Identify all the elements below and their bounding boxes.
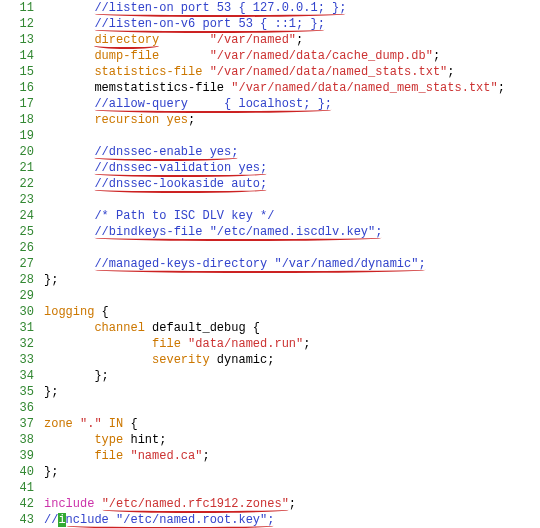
line-number: 16 — [0, 80, 34, 96]
code-token: }; — [44, 385, 58, 399]
code-line[interactable]: //dnssec-validation yes; — [44, 160, 540, 176]
line-number: 31 — [0, 320, 34, 336]
line-number: 43 — [0, 512, 34, 528]
code-token: "/var/named/data/named_stats.txt" — [210, 65, 448, 79]
code-line[interactable]: include "/etc/named.rfc1912.zones"; — [44, 496, 540, 512]
line-number: 40 — [0, 464, 34, 480]
code-token: type — [94, 433, 123, 447]
code-token: severity — [152, 353, 210, 367]
code-token: ; — [289, 497, 296, 511]
code-token — [44, 433, 94, 447]
code-token: directory — [94, 33, 159, 49]
code-line[interactable]: severity dynamic; — [44, 352, 540, 368]
code-token — [44, 177, 94, 191]
code-line[interactable]: memstatistics-file "/var/named/data/name… — [44, 80, 540, 96]
code-line[interactable]: file "data/named.run"; — [44, 336, 540, 352]
code-line[interactable]: /* Path to ISC DLV key */ — [44, 208, 540, 224]
code-line[interactable]: }; — [44, 384, 540, 400]
code-token: ; — [433, 49, 440, 63]
code-line[interactable]: //bindkeys-file "/etc/named.iscdlv.key"; — [44, 224, 540, 240]
code-line[interactable] — [44, 288, 540, 304]
line-number: 22 — [0, 176, 34, 192]
line-number: 18 — [0, 112, 34, 128]
code-line[interactable]: channel default_debug { — [44, 320, 540, 336]
line-number: 26 — [0, 240, 34, 256]
code-line[interactable]: }; — [44, 368, 540, 384]
code-line[interactable]: }; — [44, 272, 540, 288]
line-number: 25 — [0, 224, 34, 240]
code-token: //dnssec-lookaside auto; — [94, 177, 267, 193]
code-token: nclude "/etc/named.root.key"; — [66, 513, 275, 528]
code-line[interactable]: logging { — [44, 304, 540, 320]
line-number: 27 — [0, 256, 34, 272]
code-line[interactable]: type hint; — [44, 432, 540, 448]
code-line[interactable]: }; — [44, 464, 540, 480]
code-line[interactable] — [44, 480, 540, 496]
code-token: //dnssec-validation yes; — [94, 161, 267, 177]
code-token: }; — [44, 465, 58, 479]
code-line[interactable]: //listen-on-v6 port 53 { ::1; }; — [44, 16, 540, 32]
code-token: ; — [188, 113, 195, 127]
code-area[interactable]: //listen-on port 53 { 127.0.0.1; }; //li… — [40, 0, 540, 528]
code-token — [145, 321, 152, 335]
code-line[interactable]: //include "/etc/named.root.key"; — [44, 512, 540, 528]
line-number: 21 — [0, 160, 34, 176]
code-token — [210, 353, 217, 367]
line-number: 41 — [0, 480, 34, 496]
line-number: 28 — [0, 272, 34, 288]
code-line[interactable]: recursion yes; — [44, 112, 540, 128]
code-token: recursion — [94, 113, 159, 127]
code-token: i — [58, 513, 65, 527]
code-token — [44, 113, 94, 127]
code-line[interactable]: directory "/var/named"; — [44, 32, 540, 48]
code-token — [102, 417, 109, 431]
code-token: include — [44, 497, 94, 511]
code-token: ; — [303, 337, 310, 351]
code-token — [44, 65, 94, 79]
code-token: //managed-keys-directory "/var/named/dyn… — [94, 257, 425, 273]
code-line[interactable]: statistics-file "/var/named/data/named_s… — [44, 64, 540, 80]
code-token: file — [152, 337, 181, 351]
line-number: 37 — [0, 416, 34, 432]
code-token — [44, 81, 94, 95]
code-line[interactable]: //managed-keys-directory "/var/named/dyn… — [44, 256, 540, 272]
code-token: channel — [94, 321, 144, 335]
code-token — [44, 257, 94, 271]
code-token — [159, 49, 209, 63]
code-line[interactable] — [44, 240, 540, 256]
code-token: zone — [44, 417, 73, 431]
code-line[interactable] — [44, 400, 540, 416]
code-token: }; — [94, 369, 108, 383]
code-line[interactable]: //dnssec-lookaside auto; — [44, 176, 540, 192]
code-token — [202, 65, 209, 79]
code-token: default_debug { — [152, 321, 260, 335]
code-token: "." — [80, 417, 102, 431]
code-token: "/var/named/data/named_mem_stats.txt" — [231, 81, 497, 95]
code-line[interactable]: //allow-query { localhost; }; — [44, 96, 540, 112]
code-token: dump-file — [94, 49, 159, 63]
code-token — [94, 497, 101, 511]
line-number: 34 — [0, 368, 34, 384]
code-line[interactable] — [44, 128, 540, 144]
code-token: logging — [44, 305, 94, 319]
code-token — [44, 321, 94, 335]
code-line[interactable]: zone "." IN { — [44, 416, 540, 432]
code-line[interactable]: file "named.ca"; — [44, 448, 540, 464]
line-number: 29 — [0, 288, 34, 304]
code-line[interactable] — [44, 192, 540, 208]
code-token: dynamic; — [217, 353, 275, 367]
code-line[interactable]: dump-file "/var/named/data/cache_dump.db… — [44, 48, 540, 64]
line-number: 35 — [0, 384, 34, 400]
code-token — [44, 209, 94, 223]
line-gutter: 1112131415161718192021222324252627282930… — [0, 0, 40, 528]
code-token — [44, 97, 94, 111]
code-token: //listen-on port 53 { 127.0.0.1; }; — [94, 1, 346, 17]
code-token — [44, 17, 94, 31]
code-line[interactable]: //dnssec-enable yes; — [44, 144, 540, 160]
line-number: 36 — [0, 400, 34, 416]
code-token — [44, 49, 94, 63]
code-line[interactable]: //listen-on port 53 { 127.0.0.1; }; — [44, 0, 540, 16]
line-number: 24 — [0, 208, 34, 224]
line-number: 19 — [0, 128, 34, 144]
code-token — [181, 337, 188, 351]
